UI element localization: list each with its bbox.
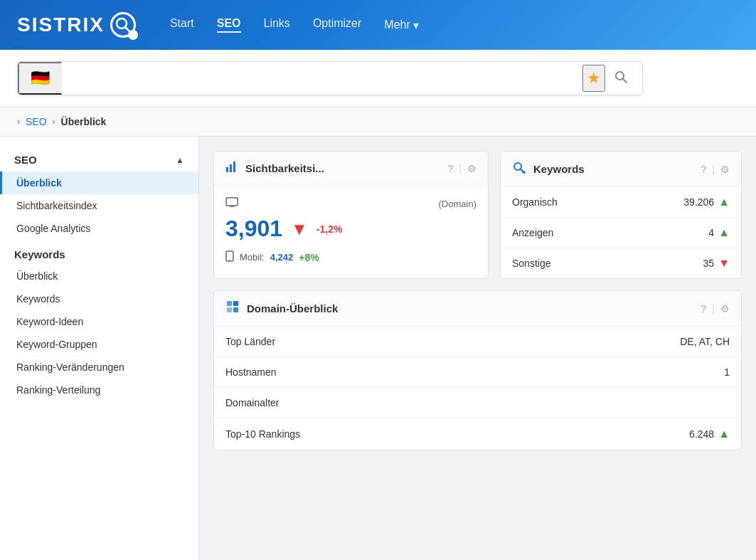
top-card-row: Sichtbarkeitsi... ? | ⚙ <box>213 151 742 279</box>
main-content: Sichtbarkeitsi... ? | ⚙ <box>199 137 756 560</box>
flag-emoji: 🇩🇪 <box>31 69 50 88</box>
search-button[interactable] <box>608 67 634 90</box>
sichtbarkeit-card-body: (Domain) 3,901 ▼ -1,2% <box>214 186 488 275</box>
logo[interactable]: SISTRIX <box>17 12 136 38</box>
svg-rect-7 <box>226 198 238 206</box>
search-container: 🇩🇪 ★ <box>17 61 643 95</box>
sidebar-item-keywords-ueberblick[interactable]: Überblick <box>0 265 198 287</box>
domain-card-header: Domain-Überblick ? | ⚙ <box>214 291 741 327</box>
sidebar-item-keyword-gruppen[interactable]: Keyword-Gruppen <box>0 333 198 356</box>
kw-label-anzeigen: Anzeigen <box>512 227 553 238</box>
svg-rect-4 <box>226 167 228 172</box>
top-laender-label: Top Länder <box>225 336 275 347</box>
nav-start[interactable]: Start <box>170 17 194 33</box>
keywords-card-body: Organisch 39.206 ▲ Anzeigen 4 ▲ <box>501 187 741 278</box>
keywords-help-btn[interactable]: ? <box>701 164 707 175</box>
flag-button[interactable]: 🇩🇪 <box>18 62 62 95</box>
svg-rect-19 <box>233 307 238 312</box>
sichtbarkeit-settings-btn[interactable]: ⚙ <box>467 163 477 174</box>
keywords-card-header: Keywords ? | ⚙ <box>501 152 741 187</box>
domain-sep: | <box>712 303 715 315</box>
nav-optimizer[interactable]: Optimizer <box>313 17 361 33</box>
mobil-row: Mobil: 4,242 +8% <box>225 250 477 264</box>
phone-icon <box>225 250 234 264</box>
down-arrow-icon: ▼ <box>291 219 308 239</box>
domain-row: (Domain) <box>225 197 477 210</box>
sidebar: SEO ▲ Überblick Sichtbarkeitsindex Googl… <box>0 137 199 560</box>
nav-links[interactable]: Links <box>264 17 290 33</box>
up-arrow-anzeigen: ▲ <box>718 226 730 239</box>
domain-settings-btn[interactable]: ⚙ <box>720 303 730 315</box>
domain-row-hostnamen: Hostnamen 1 <box>214 357 741 388</box>
search-input[interactable] <box>62 73 574 85</box>
svg-line-1 <box>125 27 130 32</box>
domain-row-top-laender: Top Länder DE, AT, CH <box>214 327 741 357</box>
sidebar-item-ranking-verteilung[interactable]: Ranking-Verteilung <box>0 379 198 401</box>
sidebar-item-keywords[interactable]: Keywords <box>0 287 198 310</box>
kw-value-sonstige: 35 ▼ <box>703 257 730 270</box>
hostnamen-value: 1 <box>724 366 730 378</box>
sichtbarkeit-sep: | <box>459 163 462 174</box>
main-layout: SEO ▲ Überblick Sichtbarkeitsindex Googl… <box>0 137 756 560</box>
sidebar-item-ueberblick[interactable]: Überblick <box>0 171 198 194</box>
sichtbarkeit-main-value: 3,901 <box>225 216 282 242</box>
kw-row-anzeigen: Anzeigen 4 ▲ <box>501 218 741 248</box>
main-nav: Start SEO Links Optimizer Mehr ▾ <box>170 17 419 33</box>
kw-value-anzeigen: 4 ▲ <box>708 226 730 239</box>
mobil-value: 4,242 <box>270 252 294 263</box>
monitor-icon <box>225 197 238 210</box>
breadcrumb-chevron-2: › <box>53 117 55 127</box>
svg-rect-6 <box>233 162 235 172</box>
svg-rect-18 <box>227 307 232 312</box>
sichtbarkeit-card-actions: ? | ⚙ <box>448 163 477 174</box>
keywords-title-area: Keywords <box>512 160 585 178</box>
logo-icon <box>110 12 136 38</box>
sidebar-item-sichtbarkeitsindex[interactable]: Sichtbarkeitsindex <box>0 194 198 217</box>
breadcrumb-current: Überblick <box>61 116 107 127</box>
domain-overview-card: Domain-Überblick ? | ⚙ Top Länder DE, AT… <box>213 290 742 450</box>
domain-card-body: Top Länder DE, AT, CH Hostnamen 1 Domain… <box>214 327 741 450</box>
svg-rect-16 <box>227 301 232 306</box>
mobil-label: Mobil: <box>240 252 265 263</box>
sichtbarkeit-help-btn[interactable]: ? <box>448 163 454 174</box>
sidebar-seo-header[interactable]: SEO ▲ <box>0 148 198 171</box>
sidebar-seo-label: SEO <box>14 154 37 166</box>
top10-up-arrow: ▲ <box>718 428 730 440</box>
down-arrow-sonstige: ▼ <box>718 257 730 270</box>
svg-line-3 <box>623 78 627 83</box>
sidebar-item-google-analytics[interactable]: Google Analytics <box>0 217 198 240</box>
sichtbarkeit-card-header: Sichtbarkeitsi... ? | ⚙ <box>214 152 488 186</box>
kw-value-organisch: 39.206 ▲ <box>683 196 730 208</box>
keywords-card-title: Keywords <box>533 163 585 175</box>
search-bar-container: 🇩🇪 ★ <box>0 50 756 107</box>
breadcrumb-chevron-1: › <box>17 117 20 127</box>
search-actions: ★ <box>574 65 642 92</box>
key-icon <box>512 160 526 178</box>
sichtbarkeit-change: -1,2% <box>316 223 343 235</box>
domain-title-area: Domain-Überblick <box>225 300 338 317</box>
breadcrumb: › SEO › Überblick <box>0 107 756 137</box>
top10-label: Top-10 Rankings <box>225 428 300 440</box>
sidebar-item-ranking-veraenderungen[interactable]: Ranking-Veränderungen <box>0 356 198 379</box>
svg-rect-5 <box>230 164 232 172</box>
main-header: SISTRIX Start SEO Links Optimizer Mehr ▾ <box>0 0 756 50</box>
domain-row-domainalter: Domainalter <box>214 388 741 418</box>
nav-mehr[interactable]: Mehr ▾ <box>384 17 418 33</box>
domain-card-title: Domain-Überblick <box>247 302 338 315</box>
keywords-card: Keywords ? | ⚙ Organisch 39.206 ▲ <box>500 151 742 279</box>
star-button[interactable]: ★ <box>582 65 605 92</box>
top-laender-value: DE, AT, CH <box>680 336 730 347</box>
sichtbarkeit-card: Sichtbarkeitsi... ? | ⚙ <box>213 151 489 279</box>
kw-row-sonstige: Sonstige 35 ▼ <box>501 248 741 278</box>
nav-seo[interactable]: SEO <box>217 17 241 33</box>
keywords-settings-btn[interactable]: ⚙ <box>720 164 730 175</box>
sidebar-item-keyword-ideen[interactable]: Keyword-Ideen <box>0 310 198 333</box>
up-arrow-organisch: ▲ <box>718 196 730 208</box>
mobil-change: +8% <box>299 252 319 263</box>
top10-value: 6.248 ▲ <box>689 428 730 440</box>
value-row: 3,901 ▼ -1,2% <box>225 216 477 242</box>
domain-help-btn[interactable]: ? <box>701 303 707 315</box>
breadcrumb-seo[interactable]: SEO <box>26 116 47 127</box>
kw-label-organisch: Organisch <box>512 196 558 208</box>
kw-row-organisch: Organisch 39.206 ▲ <box>501 187 741 218</box>
